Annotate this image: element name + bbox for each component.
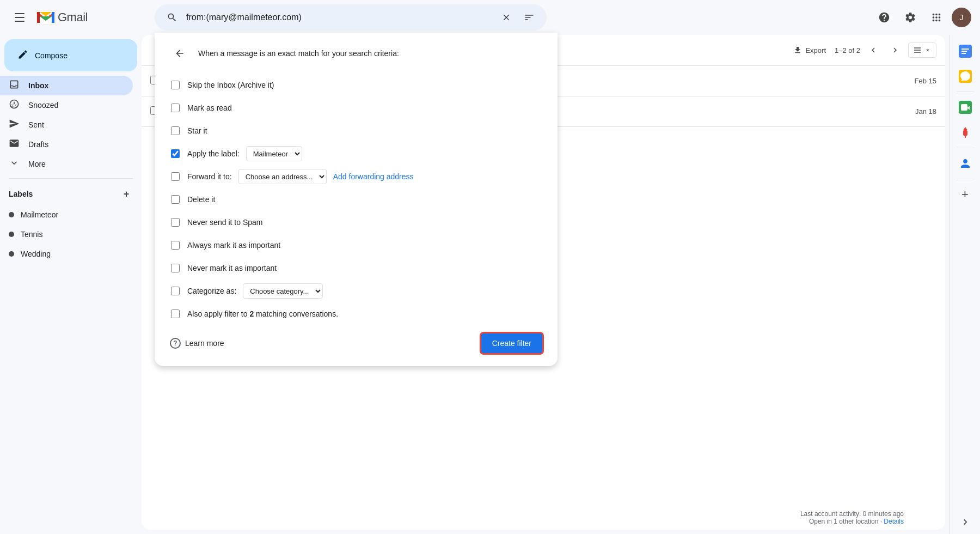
settings-button[interactable] bbox=[899, 7, 921, 28]
delete-checkbox[interactable] bbox=[171, 195, 180, 204]
forward-label: Forward it to: bbox=[187, 172, 232, 181]
app-strip-divider-2 bbox=[957, 148, 974, 148]
compose-icon bbox=[17, 49, 28, 62]
skip-inbox-checkbox[interactable] bbox=[171, 81, 180, 89]
search-input[interactable] bbox=[186, 13, 492, 22]
star-checkbox[interactable] bbox=[171, 126, 180, 135]
mark-read-checkbox[interactable] bbox=[171, 104, 180, 112]
sidebar-item-drafts[interactable]: Drafts bbox=[0, 135, 133, 154]
always-important-checkbox-wrap[interactable] bbox=[170, 240, 181, 251]
learn-more-link[interactable]: Learn more bbox=[185, 339, 224, 348]
chevron-down-icon bbox=[924, 46, 932, 54]
google-tasks-icon[interactable] bbox=[953, 39, 977, 63]
contacts-icon[interactable] bbox=[953, 151, 977, 175]
menu-icon[interactable] bbox=[9, 7, 30, 28]
label-select[interactable]: Mailmeteor Tennis Wedding bbox=[246, 146, 302, 161]
sent-icon bbox=[9, 118, 20, 132]
never-spam-checkbox[interactable] bbox=[171, 218, 180, 227]
export-label: Export bbox=[805, 46, 826, 54]
create-filter-button[interactable]: Create filter bbox=[481, 333, 542, 353]
never-spam-label: Never send it to Spam bbox=[187, 218, 263, 227]
google-chat-icon[interactable] bbox=[953, 64, 977, 88]
inbox-icon bbox=[9, 79, 20, 93]
label-name-tennis: Tennis bbox=[21, 230, 42, 239]
apply-label-checkbox[interactable] bbox=[171, 149, 180, 158]
filter-row-skip-inbox: Skip the Inbox (Archive it) bbox=[170, 74, 542, 96]
filter-row-apply-label: Apply the label: Mailmeteor Tennis Weddi… bbox=[170, 143, 542, 165]
compose-button[interactable]: Compose bbox=[4, 39, 137, 71]
filter-row-forward: Forward it to: Choose an address... Add … bbox=[170, 166, 542, 187]
gmail-logo: Gmail bbox=[36, 10, 88, 25]
sidebar-item-sent[interactable]: Sent bbox=[0, 115, 133, 135]
sidebar-divider bbox=[9, 178, 133, 179]
sidebar-item-inbox[interactable]: Inbox bbox=[0, 76, 133, 95]
add-label-button[interactable]: + bbox=[120, 187, 133, 201]
labels-header: Labels + bbox=[0, 183, 142, 205]
apply-label-checkbox-wrap[interactable] bbox=[170, 148, 181, 159]
gmail-wordmark: Gmail bbox=[58, 10, 88, 25]
export-icon bbox=[793, 46, 802, 54]
sidebar-item-more[interactable]: More bbox=[0, 154, 133, 174]
never-important-checkbox-wrap[interactable] bbox=[170, 263, 181, 274]
details-link[interactable]: Details bbox=[884, 518, 904, 525]
add-apps-button[interactable]: + bbox=[953, 183, 977, 207]
star-checkbox-wrap[interactable] bbox=[170, 125, 181, 136]
label-item-wedding[interactable]: Wedding bbox=[0, 244, 133, 264]
never-important-checkbox[interactable] bbox=[171, 264, 180, 272]
expand-strip-button[interactable] bbox=[960, 517, 971, 530]
also-apply-checkbox-wrap[interactable] bbox=[170, 308, 181, 319]
categorize-checkbox-wrap[interactable] bbox=[170, 286, 181, 296]
clear-search-icon[interactable] bbox=[498, 9, 515, 26]
view-icon bbox=[913, 46, 922, 54]
mark-read-label: Mark as read bbox=[187, 104, 232, 112]
add-forwarding-link[interactable]: Add forwarding address bbox=[333, 172, 414, 181]
categorize-checkbox[interactable] bbox=[171, 287, 180, 295]
topbar-right: J bbox=[873, 7, 971, 28]
search-bar bbox=[155, 4, 547, 31]
topbar-left: Gmail bbox=[9, 7, 150, 28]
also-apply-checkbox[interactable] bbox=[171, 310, 180, 318]
skip-inbox-label: Skip the Inbox (Archive it) bbox=[187, 81, 274, 89]
categorize-select[interactable]: Choose category... bbox=[243, 283, 323, 299]
app-strip-divider bbox=[957, 92, 974, 92]
avatar[interactable]: J bbox=[952, 8, 971, 27]
apps-button[interactable] bbox=[926, 7, 947, 28]
export-button[interactable]: Export bbox=[789, 39, 830, 61]
keep-icon[interactable] bbox=[953, 120, 977, 144]
learn-more-wrap: ? Learn more bbox=[170, 338, 224, 349]
prev-page-button[interactable] bbox=[865, 41, 882, 59]
sidebar-item-snoozed[interactable]: Snoozed bbox=[0, 95, 133, 115]
label-item-tennis[interactable]: Tennis bbox=[0, 224, 133, 244]
filter-row-always-important: Always mark it as important bbox=[170, 234, 542, 256]
labels-title: Labels bbox=[9, 190, 33, 198]
view-options-button[interactable] bbox=[908, 43, 936, 58]
skip-inbox-checkbox-wrap[interactable] bbox=[170, 80, 181, 90]
search-filter-icon[interactable] bbox=[520, 9, 538, 26]
delete-checkbox-wrap[interactable] bbox=[170, 194, 181, 205]
mark-read-checkbox-wrap[interactable] bbox=[170, 102, 181, 113]
label-item-mailmeteor[interactable]: Mailmeteor bbox=[0, 205, 133, 224]
sidebar: Compose Inbox Snoozed Sent Drafts bbox=[0, 35, 142, 534]
forward-checkbox-wrap[interactable] bbox=[170, 171, 181, 182]
email-count: 1–2 of 2 bbox=[835, 46, 860, 54]
snoozed-icon bbox=[9, 99, 20, 112]
right-apps-strip: + bbox=[950, 35, 980, 534]
help-button[interactable] bbox=[873, 7, 895, 28]
google-meet-icon[interactable] bbox=[953, 95, 977, 119]
panel-footer: ? Learn more Create filter bbox=[170, 333, 542, 353]
label-name-wedding: Wedding bbox=[21, 250, 51, 258]
forward-address-select[interactable]: Choose an address... bbox=[238, 169, 327, 184]
panel-title: When a message is an exact match for you… bbox=[198, 49, 399, 58]
drafts-label: Drafts bbox=[28, 140, 48, 149]
help-icon: ? bbox=[170, 338, 181, 349]
filter-row-delete: Delete it bbox=[170, 189, 542, 210]
always-important-checkbox[interactable] bbox=[171, 241, 180, 250]
filter-row-also-apply: Also apply filter to 2 matching conversa… bbox=[170, 303, 542, 325]
search-icon[interactable] bbox=[163, 9, 181, 26]
svg-rect-5 bbox=[965, 136, 966, 138]
inbox-label: Inbox bbox=[28, 81, 48, 90]
back-button[interactable] bbox=[170, 44, 189, 63]
next-page-button[interactable] bbox=[886, 41, 904, 59]
never-spam-checkbox-wrap[interactable] bbox=[170, 217, 181, 228]
forward-checkbox[interactable] bbox=[171, 172, 180, 181]
